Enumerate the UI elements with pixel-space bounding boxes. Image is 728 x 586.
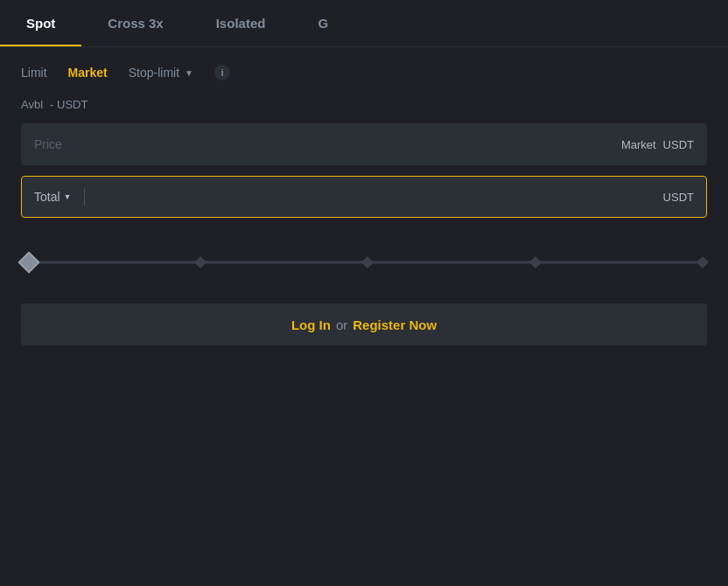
price-currency: USDT xyxy=(663,138,694,151)
price-input[interactable] xyxy=(34,137,621,151)
tab-spot[interactable]: Spot xyxy=(0,0,81,46)
price-input-wrapper: Market USDT xyxy=(21,123,707,165)
order-type-stop-limit-wrapper: Stop-limit ▼ xyxy=(129,66,193,80)
total-input[interactable] xyxy=(97,190,663,204)
slider-handle[interactable] xyxy=(18,251,39,273)
price-market-label: Market xyxy=(621,138,656,151)
total-currency: USDT xyxy=(663,191,694,204)
slider-dots-row xyxy=(21,258,707,267)
total-input-wrapper: Total ▼ USDT xyxy=(21,176,707,218)
avbl-label: Avbl xyxy=(21,98,43,111)
tab-bar: Spot Cross 3x Isolated G xyxy=(0,0,728,47)
order-type-stop-limit[interactable]: Stop-limit xyxy=(129,66,179,80)
total-dropdown-icon: ▼ xyxy=(64,192,72,201)
order-type-limit[interactable]: Limit xyxy=(21,66,47,80)
login-register-row: Log In or Register Now xyxy=(0,303,728,345)
or-text: or xyxy=(336,317,347,332)
stop-limit-dropdown-icon[interactable]: ▼ xyxy=(185,68,193,78)
avbl-value: - USDT xyxy=(50,98,88,111)
slider-dot-75 xyxy=(528,256,541,269)
total-divider xyxy=(84,188,85,206)
slider-dot-25 xyxy=(193,256,206,269)
order-type-row: Limit Market Stop-limit ▼ i xyxy=(0,47,728,94)
tab-isolated[interactable]: Isolated xyxy=(190,0,292,46)
slider-dot-50 xyxy=(361,256,374,269)
slider-container xyxy=(0,228,728,300)
login-register-button[interactable]: Log In or Register Now xyxy=(21,303,707,345)
tab-g[interactable]: G xyxy=(291,0,354,46)
total-label[interactable]: Total ▼ xyxy=(34,190,72,204)
slider-dot-100 xyxy=(696,256,709,269)
tab-cross3x[interactable]: Cross 3x xyxy=(81,0,189,46)
slider-wrapper[interactable] xyxy=(21,246,707,279)
avbl-row: Avbl - USDT xyxy=(0,94,728,123)
register-text: Register Now xyxy=(353,317,437,332)
order-type-market[interactable]: Market xyxy=(68,66,108,80)
trading-panel: Spot Cross 3x Isolated G Limit Market St… xyxy=(0,0,728,349)
login-text: Log In xyxy=(291,317,331,332)
info-icon[interactable]: i xyxy=(214,65,230,80)
